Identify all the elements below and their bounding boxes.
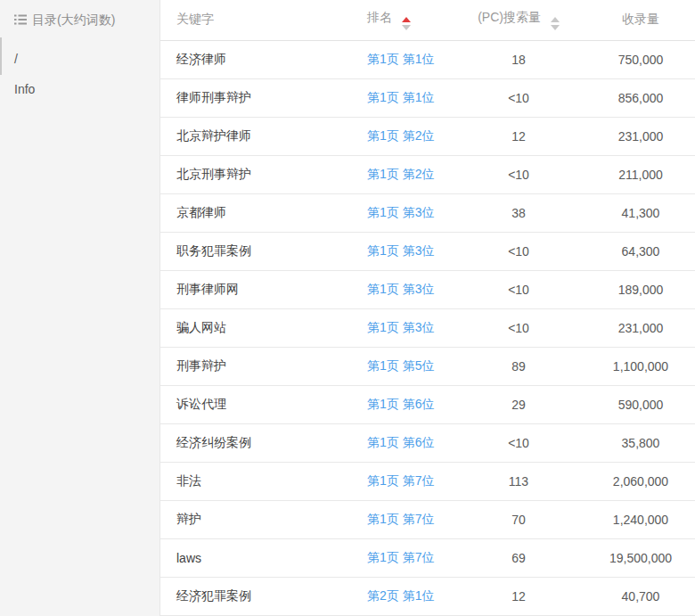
rank-cell: 第1页 第3位	[367, 193, 465, 232]
index-count-cell: 189,000	[572, 270, 695, 308]
pc-search-volume-cell: <10	[465, 155, 572, 193]
pc-search-volume-cell: 70	[465, 500, 572, 538]
sort-asc-icon	[402, 17, 411, 22]
sidebar-item-root[interactable]: /	[14, 52, 149, 66]
table-row: 非法 第1页 第7位 113 2,060,000	[160, 462, 695, 500]
rank-cell: 第1页 第3位	[367, 270, 465, 308]
keyword-cell: 经济犯罪案例	[160, 577, 367, 615]
rank-link[interactable]: 第1页 第2位	[367, 128, 434, 143]
keyword-cell: 骗人网站	[160, 308, 367, 347]
column-header-pc-label: (PC)搜索量	[478, 10, 541, 24]
keyword-cell: 职务犯罪案例	[160, 232, 367, 270]
table-row: 京都律师 第1页 第3位 38 41,300	[160, 193, 695, 232]
index-count-cell: 19,500,000	[572, 538, 695, 577]
table-row: 职务犯罪案例 第1页 第3位 <10 64,300	[160, 232, 695, 270]
pc-search-volume-cell: <10	[465, 232, 572, 270]
pc-search-volume-cell: 18	[465, 40, 572, 78]
pc-search-volume-cell: <10	[465, 270, 572, 308]
rank-link[interactable]: 第1页 第6位	[367, 397, 434, 411]
column-header-rank-label: 排名	[367, 10, 392, 24]
keyword-cell: 辩护	[160, 500, 367, 538]
index-count-cell: 590,000	[572, 385, 695, 423]
sidebar-scrollbar-thumb[interactable]	[0, 37, 2, 75]
rank-link[interactable]: 第1页 第1位	[367, 52, 434, 66]
rank-cell: 第1页 第7位	[367, 538, 465, 577]
keyword-cell: 刑事律师网	[160, 270, 367, 308]
sort-icon-rank[interactable]	[402, 17, 411, 30]
table-body: 经济律师 第1页 第1位 18 750,000 律师刑事辩护 第1页 第1位 <…	[160, 40, 695, 615]
rank-link[interactable]: 第1页 第2位	[367, 167, 434, 181]
pc-search-volume-cell: <10	[465, 78, 572, 117]
pc-search-volume-cell: 29	[465, 385, 572, 423]
keyword-cell: 经济律师	[160, 40, 367, 78]
directory-header[interactable]: 目录(大约词数)	[14, 12, 149, 27]
pc-search-volume-cell: <10	[465, 423, 572, 462]
table-row: 诉讼代理 第1页 第6位 29 590,000	[160, 385, 695, 423]
rank-link[interactable]: 第1页 第7位	[367, 512, 434, 526]
column-header-keyword: 关键字	[160, 0, 367, 40]
table-row: 骗人网站 第1页 第3位 <10 231,000	[160, 308, 695, 347]
column-header-index-count: 收录量	[572, 0, 695, 40]
keyword-table-area: 关键字 排名 (PC)搜索量	[160, 0, 695, 616]
sort-desc-icon	[402, 25, 411, 30]
sort-desc-icon	[551, 25, 560, 30]
index-count-cell: 2,060,000	[572, 462, 695, 500]
rank-link[interactable]: 第1页 第1位	[367, 90, 434, 104]
sidebar: 目录(大约词数) / Info	[0, 0, 160, 616]
rank-cell: 第1页 第6位	[367, 385, 465, 423]
rank-link[interactable]: 第1页 第6位	[367, 435, 434, 449]
rank-link[interactable]: 第1页 第7位	[367, 473, 434, 488]
rank-cell: 第2页 第1位	[367, 577, 465, 615]
rank-link[interactable]: 第1页 第3位	[367, 282, 434, 296]
sidebar-item-info[interactable]: Info	[14, 82, 149, 96]
table-row: 律师刑事辩护 第1页 第1位 <10 856,000	[160, 78, 695, 117]
keyword-cell: 京都律师	[160, 193, 367, 232]
rank-cell: 第1页 第1位	[367, 78, 465, 117]
index-count-cell: 1,100,000	[572, 347, 695, 385]
table-row: 经济律师 第1页 第1位 18 750,000	[160, 40, 695, 78]
pc-search-volume-cell: 12	[465, 577, 572, 615]
keyword-cell: laws	[160, 538, 367, 577]
keyword-cell: 刑事辩护	[160, 347, 367, 385]
index-count-cell: 40,700	[572, 577, 695, 615]
table-row: laws 第1页 第7位 69 19,500,000	[160, 538, 695, 577]
table-row: 刑事辩护 第1页 第5位 89 1,100,000	[160, 347, 695, 385]
table-row: 北京辩护律师 第1页 第2位 12 231,000	[160, 117, 695, 155]
index-count-cell: 64,300	[572, 232, 695, 270]
sort-asc-icon	[551, 17, 560, 22]
keyword-cell: 北京辩护律师	[160, 117, 367, 155]
rank-link[interactable]: 第1页 第3位	[367, 320, 434, 334]
list-icon	[14, 14, 27, 25]
index-count-cell: 1,240,000	[572, 500, 695, 538]
rank-cell: 第1页 第5位	[367, 347, 465, 385]
keyword-cell: 北京刑事辩护	[160, 155, 367, 193]
rank-cell: 第1页 第3位	[367, 232, 465, 270]
sort-icon-pc-search-volume[interactable]	[551, 17, 560, 30]
app-window: 目录(大约词数) / Info 关键字 排名	[0, 0, 695, 616]
rank-link[interactable]: 第2页 第1位	[367, 588, 434, 603]
rank-link[interactable]: 第1页 第3位	[367, 243, 434, 258]
rank-link[interactable]: 第1页 第7位	[367, 550, 434, 564]
rank-cell: 第1页 第1位	[367, 40, 465, 78]
rank-cell: 第1页 第7位	[367, 500, 465, 538]
index-count-cell: 231,000	[572, 117, 695, 155]
rank-link[interactable]: 第1页 第3位	[367, 205, 434, 219]
rank-cell: 第1页 第6位	[367, 423, 465, 462]
rank-link[interactable]: 第1页 第5位	[367, 358, 434, 373]
index-count-cell: 41,300	[572, 193, 695, 232]
rank-cell: 第1页 第2位	[367, 117, 465, 155]
table-row: 经济犯罪案例 第2页 第1位 12 40,700	[160, 577, 695, 615]
index-count-cell: 35,800	[572, 423, 695, 462]
rank-cell: 第1页 第3位	[367, 308, 465, 347]
pc-search-volume-cell: <10	[465, 308, 572, 347]
pc-search-volume-cell: 38	[465, 193, 572, 232]
column-header-rank[interactable]: 排名	[367, 0, 465, 40]
pc-search-volume-cell: 89	[465, 347, 572, 385]
column-header-pc-search-volume[interactable]: (PC)搜索量	[465, 0, 572, 40]
pc-search-volume-cell: 12	[465, 117, 572, 155]
directory-header-label: 目录(大约词数)	[32, 12, 115, 27]
pc-search-volume-cell: 69	[465, 538, 572, 577]
table-row: 北京刑事辩护 第1页 第2位 <10 211,000	[160, 155, 695, 193]
index-count-cell: 856,000	[572, 78, 695, 117]
rank-cell: 第1页 第2位	[367, 155, 465, 193]
